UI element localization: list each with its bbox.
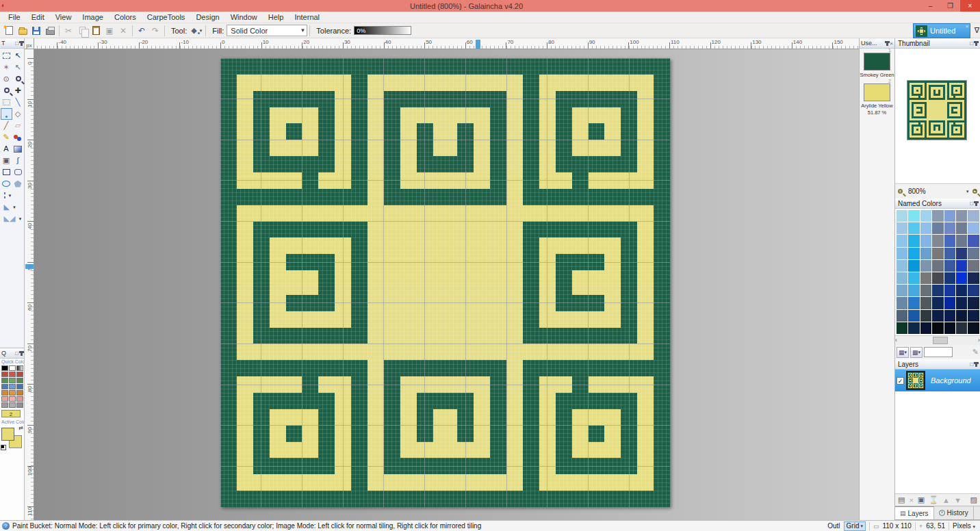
quick-color-swatch[interactable]	[16, 378, 23, 383]
named-color-swatch[interactable]	[956, 235, 967, 246]
menu-edit[interactable]: Edit	[26, 12, 50, 22]
quick-color-swatch[interactable]	[9, 378, 16, 383]
menu-colors[interactable]: Colors	[109, 12, 142, 22]
thumbnail-preview[interactable]	[907, 80, 967, 140]
named-color-swatch[interactable]	[920, 248, 931, 259]
minimize-button[interactable]: –	[920, 0, 940, 12]
named-color-swatch[interactable]	[956, 322, 967, 334]
color-count-swatch[interactable]: 2	[1, 410, 21, 417]
named-color-swatch[interactable]	[897, 222, 907, 234]
named-color-swatch[interactable]	[920, 222, 931, 234]
tool-pencil[interactable]: ✎	[1, 131, 12, 143]
named-color-swatch[interactable]	[920, 297, 931, 309]
named-color-swatch[interactable]	[944, 248, 955, 259]
document-tab[interactable]: Untitled ×	[913, 23, 970, 38]
named-color-swatch[interactable]	[932, 260, 943, 272]
quick-color-swatch[interactable]	[1, 378, 8, 383]
named-color-swatch[interactable]	[908, 272, 919, 284]
named-color-swatch[interactable]	[968, 322, 979, 334]
tool-curve[interactable]: ∫	[12, 155, 24, 166]
menu-carpetools[interactable]: CarpeTools	[142, 12, 191, 22]
duplicate-layer-icon[interactable]: ▣	[918, 495, 925, 504]
open-button[interactable]	[16, 25, 29, 37]
tool-polygon[interactable]	[12, 178, 24, 190]
move-layer-up-icon[interactable]: ▲	[942, 496, 950, 504]
named-color-swatch[interactable]	[956, 260, 967, 272]
pin-icon[interactable]	[975, 41, 977, 46]
quick-color-swatch[interactable]	[9, 390, 16, 396]
named-color-swatch[interactable]	[956, 272, 967, 284]
quick-color-swatch[interactable]	[16, 402, 23, 408]
primary-color-swatch[interactable]	[1, 428, 14, 441]
pin-icon[interactable]	[21, 351, 23, 356]
tool-triangles-shape[interactable]: ◣◢▼	[1, 213, 12, 224]
color-search-input[interactable]	[924, 347, 953, 357]
float-icon[interactable]: □	[15, 40, 18, 47]
new-layer-icon[interactable]: ▤	[898, 495, 905, 504]
palette-group-button[interactable]: ▩ ▾	[910, 347, 923, 358]
tab-layers[interactable]: ▤Layers	[895, 506, 934, 519]
zoom-level-value[interactable]: 800%	[908, 187, 966, 195]
named-color-swatch[interactable]	[908, 248, 919, 259]
tool-zoom[interactable]	[12, 73, 24, 85]
named-color-swatch[interactable]	[897, 272, 907, 284]
layer-properties-icon[interactable]: ▨	[970, 495, 977, 504]
tab-list-icon[interactable]: ∇	[975, 26, 979, 35]
tool-zoom-region[interactable]	[1, 85, 12, 96]
named-color-swatch[interactable]	[944, 297, 955, 309]
menu-image[interactable]: Image	[77, 12, 109, 22]
named-color-swatch[interactable]	[968, 235, 979, 246]
named-color-swatch[interactable]	[908, 310, 919, 322]
tool-paint-bucket-pattern[interactable]: ◇	[12, 108, 24, 120]
named-colors-scrollbar[interactable]: ‹ ›	[895, 335, 980, 345]
tool-text[interactable]: A	[1, 143, 12, 155]
layer-visibility-checkbox[interactable]: ✓	[897, 377, 904, 385]
named-color-swatch[interactable]	[908, 285, 919, 296]
named-color-swatch[interactable]	[932, 210, 943, 222]
named-color-swatch[interactable]	[956, 285, 967, 296]
named-color-swatch[interactable]	[968, 210, 979, 222]
named-color-swatch[interactable]	[908, 222, 919, 234]
restore-button[interactable]: ❐	[940, 0, 960, 12]
named-color-swatch[interactable]	[908, 210, 919, 222]
tool-eraser[interactable]: ▱	[12, 120, 24, 131]
tool-frame[interactable]: ▣	[1, 155, 12, 166]
menu-file[interactable]: File	[3, 12, 26, 22]
tool-brush[interactable]: ╱	[1, 120, 12, 131]
named-color-swatch[interactable]	[956, 248, 967, 259]
quick-color-swatch[interactable]	[1, 384, 8, 389]
named-color-swatch[interactable]	[932, 235, 943, 246]
named-color-swatch[interactable]	[956, 310, 967, 322]
used-color-swatch[interactable]	[864, 83, 890, 101]
named-color-swatch[interactable]	[897, 322, 907, 334]
menu-window[interactable]: Window	[225, 12, 263, 22]
named-color-swatch[interactable]	[908, 235, 919, 246]
chevron-down-icon[interactable]: ▾	[966, 189, 969, 194]
float-icon[interactable]: □	[970, 200, 973, 207]
default-colors-icon[interactable]	[1, 445, 6, 450]
named-color-swatch[interactable]	[932, 285, 943, 296]
tool-triangle-shape[interactable]: ◣▼	[1, 201, 12, 213]
named-color-swatch[interactable]	[944, 310, 955, 322]
quick-color-swatch[interactable]	[16, 396, 23, 402]
named-color-swatch[interactable]	[920, 210, 931, 222]
swap-colors-icon[interactable]: ⇄	[18, 425, 23, 431]
named-color-swatch[interactable]	[968, 285, 979, 296]
named-color-swatch[interactable]	[897, 210, 907, 222]
named-color-swatch[interactable]	[968, 260, 979, 272]
tool-dropdown[interactable]: ◆▾	[190, 25, 203, 37]
quick-color-swatch[interactable]	[16, 365, 23, 371]
menu-help[interactable]: Help	[263, 12, 289, 22]
named-color-swatch[interactable]	[897, 248, 907, 259]
named-color-swatch[interactable]	[956, 297, 967, 309]
float-icon[interactable]: □	[970, 40, 973, 47]
move-layer-down-icon[interactable]: ▼	[954, 496, 962, 504]
tab-history[interactable]: History	[934, 506, 974, 519]
quick-color-swatch[interactable]	[1, 390, 8, 396]
named-color-swatch[interactable]	[932, 248, 943, 259]
named-color-swatch[interactable]	[932, 322, 943, 334]
tool-lasso[interactable]: ⊙	[1, 73, 12, 85]
paste-button[interactable]	[89, 25, 103, 37]
eyedropper-icon[interactable]: ✎	[972, 348, 979, 357]
named-color-swatch[interactable]	[968, 248, 979, 259]
